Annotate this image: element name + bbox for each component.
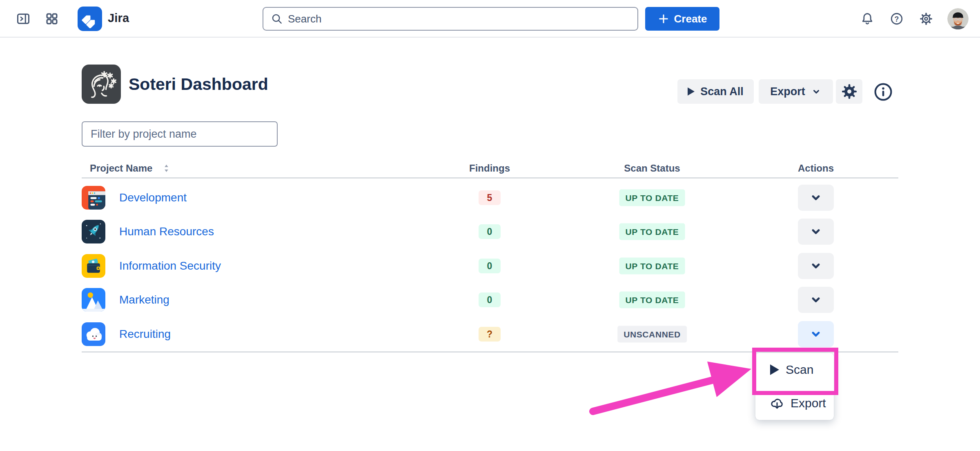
jira-logo[interactable] bbox=[78, 7, 102, 31]
play-icon bbox=[770, 364, 779, 375]
project-avatar-development bbox=[82, 186, 105, 210]
table-row-marketing: Marketing 0 UP TO DATE bbox=[82, 283, 898, 317]
table-bottom-divider bbox=[82, 351, 898, 353]
chevron-down-icon bbox=[809, 191, 823, 205]
column-scan-status: Scan Status bbox=[624, 163, 680, 174]
svg-text:?: ? bbox=[895, 15, 899, 23]
scan-status-badge: UP TO DATE bbox=[619, 258, 685, 275]
header-divider bbox=[82, 177, 898, 179]
row-actions-button-open[interactable] bbox=[798, 321, 834, 347]
info-button[interactable] bbox=[873, 82, 893, 102]
bell-icon bbox=[860, 12, 874, 26]
menu-scan-label: Scan bbox=[786, 363, 813, 377]
table-header: Project Name Findings Scan Status Action… bbox=[82, 160, 898, 177]
row-actions-button[interactable] bbox=[798, 185, 834, 211]
project-avatar-human-resources bbox=[82, 220, 105, 243]
menu-item-scan[interactable]: Scan bbox=[755, 353, 834, 386]
table-row-information-security: Information Security 0 UP TO DATE bbox=[82, 249, 898, 283]
project-avatar-recruiting bbox=[82, 322, 105, 346]
project-link[interactable]: Development bbox=[119, 191, 187, 204]
scan-status-badge: UP TO DATE bbox=[619, 190, 685, 206]
soteri-app-logo bbox=[82, 65, 121, 104]
app-name: Jira bbox=[108, 11, 129, 25]
menu-export-label: Export bbox=[791, 396, 826, 410]
notifications-button[interactable] bbox=[859, 11, 875, 27]
search-icon bbox=[271, 13, 283, 25]
help-button[interactable]: ? bbox=[889, 11, 905, 27]
project-link[interactable]: Human Resources bbox=[119, 225, 214, 238]
cloud-download-icon bbox=[770, 396, 784, 410]
chevron-down-icon bbox=[811, 86, 822, 97]
export-label: Export bbox=[770, 85, 805, 98]
search-input[interactable] bbox=[288, 13, 630, 25]
create-button-label: Create bbox=[674, 13, 707, 25]
project-filter-input[interactable] bbox=[91, 128, 269, 141]
scan-status-badge: UP TO DATE bbox=[619, 292, 685, 308]
chevron-down-icon bbox=[809, 225, 823, 239]
project-link[interactable]: Information Security bbox=[119, 259, 221, 272]
table-row-development: Development 5 UP TO DATE bbox=[82, 181, 898, 215]
scan-all-button[interactable]: Scan All bbox=[677, 79, 754, 104]
row-actions-button[interactable] bbox=[798, 253, 834, 279]
settings-button[interactable] bbox=[918, 11, 934, 27]
gear-icon bbox=[919, 12, 933, 26]
plus-icon bbox=[658, 13, 669, 25]
user-avatar[interactable] bbox=[947, 8, 969, 29]
menu-item-export[interactable]: Export bbox=[755, 386, 834, 420]
sort-icon[interactable] bbox=[163, 163, 169, 175]
findings-badge: ? bbox=[479, 327, 501, 342]
findings-badge: 5 bbox=[479, 190, 501, 205]
app-switcher-icon bbox=[45, 12, 59, 26]
table-row-recruiting: Recruiting ? UNSCANNED bbox=[82, 317, 898, 351]
jira-mark-icon bbox=[80, 9, 99, 28]
scan-all-label: Scan All bbox=[700, 85, 744, 98]
info-icon bbox=[873, 82, 893, 102]
project-avatar-information-security bbox=[82, 254, 105, 278]
column-actions: Actions bbox=[798, 163, 834, 174]
avatar-photo bbox=[947, 8, 969, 29]
chevron-down-icon bbox=[809, 259, 823, 273]
project-link[interactable]: Marketing bbox=[119, 293, 169, 306]
page-title: Soteri Dashboard bbox=[129, 75, 268, 94]
row-actions-menu: Scan Export bbox=[755, 353, 834, 420]
chevron-down-icon bbox=[809, 293, 823, 307]
play-icon bbox=[688, 87, 695, 96]
column-findings: Findings bbox=[469, 163, 510, 174]
global-search[interactable] bbox=[263, 7, 638, 31]
project-link[interactable]: Recruiting bbox=[119, 328, 171, 341]
findings-badge: 0 bbox=[479, 224, 501, 239]
dashboard-settings-button[interactable] bbox=[836, 79, 862, 104]
scan-status-badge: UP TO DATE bbox=[619, 223, 685, 240]
findings-badge: 0 bbox=[479, 259, 501, 273]
app-switcher-button[interactable] bbox=[44, 11, 60, 27]
help-icon: ? bbox=[890, 12, 904, 26]
export-dropdown-button[interactable]: Export bbox=[759, 79, 833, 104]
soteri-face-icon bbox=[84, 67, 119, 102]
project-filter[interactable] bbox=[82, 121, 278, 147]
row-actions-button[interactable] bbox=[798, 287, 834, 313]
project-avatar-marketing bbox=[82, 288, 105, 312]
chevron-down-icon bbox=[809, 327, 823, 341]
soteri-dashboard-page: Jira Create ? bbox=[0, 0, 980, 451]
table-row-human-resources: Human Resources 0 UP TO DATE bbox=[82, 214, 898, 249]
findings-badge: 0 bbox=[479, 292, 501, 307]
scan-status-badge: UNSCANNED bbox=[617, 326, 687, 343]
gear-icon bbox=[841, 83, 858, 100]
create-button[interactable]: Create bbox=[645, 7, 719, 31]
top-navigation-bar: Jira Create ? bbox=[0, 0, 980, 38]
sidebar-toggle-icon bbox=[16, 11, 31, 26]
sidebar-toggle-button[interactable] bbox=[16, 11, 31, 27]
row-actions-button[interactable] bbox=[798, 219, 834, 245]
column-project-name[interactable]: Project Name bbox=[90, 163, 152, 174]
